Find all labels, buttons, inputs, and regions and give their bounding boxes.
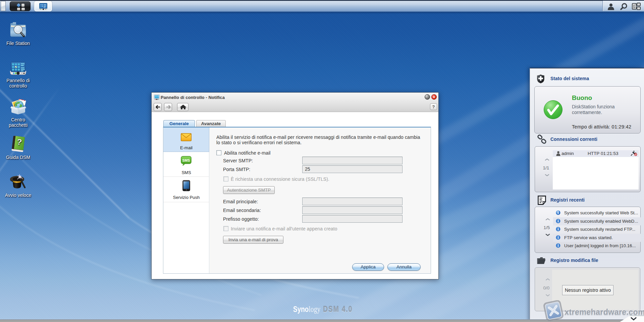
svg-text:SMS: SMS	[182, 158, 190, 162]
